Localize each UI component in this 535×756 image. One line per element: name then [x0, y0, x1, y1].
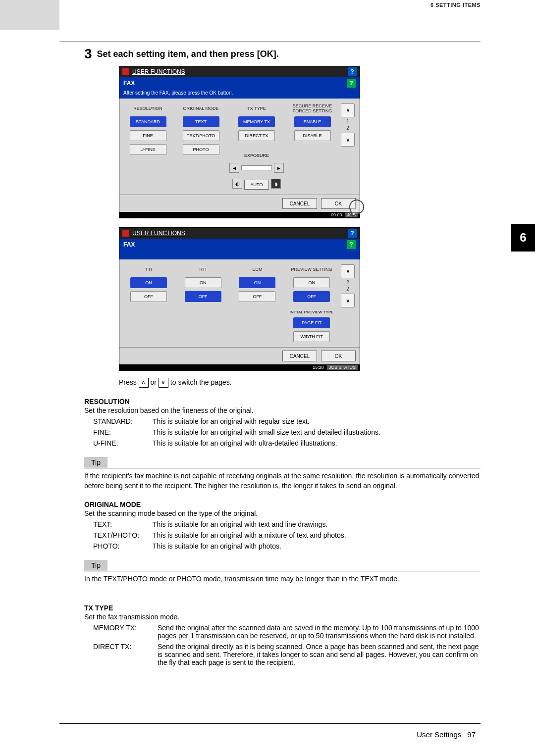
header-rule [59, 42, 481, 42]
tip-label: Tip [84, 560, 107, 571]
pagefit-button[interactable]: PAGE FIT [293, 317, 330, 328]
def-memorytx: Send the original after the scanned data… [158, 624, 481, 640]
original-tip: In the TEXT/PHOTO mode or PHOTO mode, tr… [84, 574, 481, 584]
auto-button[interactable]: AUTO [244, 180, 269, 190]
tip-rule [84, 571, 481, 571]
help-icon[interactable]: ? [348, 67, 357, 76]
ok-button[interactable]: OK [321, 351, 356, 361]
cancel-button[interactable]: CANCEL [282, 198, 317, 209]
panel2-subtext [119, 251, 360, 259]
resolution-heading: RESOLUTION [84, 398, 481, 405]
standard-button[interactable]: STANDARD [130, 116, 166, 127]
help-icon[interactable]: ? [347, 240, 356, 249]
exposure-dark-icon: ◗ [271, 179, 281, 189]
tip-label: Tip [84, 457, 107, 468]
widthfit-button[interactable]: WIDTH FIT [293, 331, 330, 342]
enable-button[interactable]: ENABLE [294, 116, 331, 127]
def-standard: This is suitable for an original with re… [153, 417, 481, 425]
col-head-tti: TTI [145, 264, 152, 274]
page-switch-instruction: Press ∧ or ∨ to switch the pages. [119, 378, 481, 388]
ecm-off-button[interactable]: OFF [239, 291, 275, 302]
text-button[interactable]: TEXT [183, 116, 219, 127]
cancel-button[interactable]: CANCEL [282, 351, 317, 361]
term-text: TEXT: [84, 520, 153, 528]
footer-rule [59, 723, 481, 724]
def-directtx: Send the original directly as it is bein… [158, 643, 481, 666]
col-head-txtype: TX TYPE [247, 103, 266, 113]
tti-on-button[interactable]: ON [130, 277, 167, 288]
down-key-icon: ∨ [159, 378, 168, 388]
up-key-icon: ∧ [139, 378, 149, 388]
def-textphoto: This is suitable for an original with a … [153, 531, 481, 539]
main-content: 3 Set each setting item, and then press … [84, 47, 481, 666]
def-photo: This is suitable for an original with ph… [153, 542, 481, 550]
col-head-preview: PREVIEW SETTING [291, 264, 332, 274]
tti-off-button[interactable]: OFF [130, 291, 167, 302]
ufine-button[interactable]: U-FINE [130, 144, 166, 155]
fine-button[interactable]: FINE [130, 130, 166, 141]
resolution-tip: If the recipient's fax machine is not ca… [84, 471, 481, 491]
help-icon[interactable]: ? [348, 229, 357, 238]
page-up-button[interactable]: ∧ [341, 264, 355, 278]
help-icon[interactable]: ? [347, 79, 356, 88]
col-head-original: ORIGINAL MODE [183, 103, 218, 113]
initial-preview-label: INITIAL PREVIEW TYPE [290, 310, 334, 314]
status-time: 09:00 [331, 212, 342, 217]
ecm-on-button[interactable]: ON [239, 277, 275, 288]
page-down-button[interactable]: ∨ [341, 133, 355, 147]
exposure-bar [241, 165, 272, 170]
col-head-ecm: ECM [252, 264, 262, 274]
panel1-tab: FAX [123, 80, 135, 87]
term-memorytx: MEMORY TX: [84, 624, 158, 640]
panel-icon [122, 230, 129, 237]
preview-off-button[interactable]: OFF [293, 291, 330, 302]
job-status-button[interactable]: JOB STATUS [327, 365, 358, 370]
term-fine: FINE: [84, 428, 153, 436]
rti-off-button[interactable]: OFF [185, 291, 221, 302]
directtx-button[interactable]: DIRECT TX [238, 130, 275, 141]
chapter-tab: 6 [511, 224, 535, 252]
screenshot-panel-2: USER FUNCTIONS ? FAX ? TTI ON OFF RTI O [119, 227, 360, 371]
panel2-tab: FAX [123, 241, 135, 248]
term-directtx: DIRECT TX: [84, 643, 158, 666]
panel1-subtext: After setting the FAX, please press the … [119, 89, 360, 99]
rti-on-button[interactable]: ON [185, 277, 221, 288]
term-textphoto: TEXT/PHOTO: [84, 531, 153, 539]
preview-on-button[interactable]: ON [293, 277, 330, 288]
col-head-rti: RTI [199, 264, 206, 274]
header-section: 6 SETTING ITEMS [430, 2, 481, 8]
resolution-desc: Set the resolution based on the fineness… [84, 406, 481, 414]
txtype-heading: TX TYPE [84, 604, 481, 612]
term-standard: STANDARD: [84, 417, 153, 425]
step-instruction: Set each setting item, and then press [O… [97, 49, 279, 59]
def-fine: This is suitable for an original with sm… [153, 428, 481, 436]
col-head-resolution: RESOLUTION [133, 103, 162, 113]
exposure-light-icon: ◐ [232, 179, 242, 189]
page-indicator: 12 [344, 119, 351, 131]
page-down-button[interactable]: ∨ [341, 294, 355, 307]
exposure-plus-button[interactable]: ► [274, 163, 284, 173]
def-ufine: This is suitable for an original with ul… [153, 439, 481, 447]
ok-button[interactable]: OK [321, 198, 356, 209]
screenshot-panel-1: USER FUNCTIONS ? FAX ? After setting the… [119, 66, 360, 218]
page-indicator: 22 [344, 280, 351, 292]
tip-rule [84, 468, 481, 468]
term-photo: PHOTO: [84, 542, 153, 550]
original-desc: Set the scanning mode based on the type … [84, 509, 481, 517]
txtype-desc: Set the fax transmission mode. [84, 613, 481, 621]
header-gray-block [0, 0, 59, 30]
term-ufine: U-FINE: [84, 439, 153, 447]
col-head-secure: SECURE RECEIVE FORCED SETTING [288, 103, 337, 113]
exposure-minus-button[interactable]: ◄ [229, 163, 239, 173]
photo-button[interactable]: PHOTO [183, 144, 219, 155]
footer-page: User Settings97 [417, 730, 476, 739]
panel-icon [122, 68, 129, 75]
page-up-button[interactable]: ∧ [341, 103, 355, 117]
disable-button[interactable]: DISABLE [294, 130, 331, 141]
memorytx-button[interactable]: MEMORY TX [238, 116, 275, 127]
textphoto-button[interactable]: TEXT/PHOTO [183, 130, 219, 141]
step-number: 3 [84, 47, 92, 61]
exposure-label: EXPOSURE [244, 153, 269, 158]
status-time: 15:28 [313, 365, 324, 370]
def-text: This is suitable for an original with te… [153, 520, 481, 528]
